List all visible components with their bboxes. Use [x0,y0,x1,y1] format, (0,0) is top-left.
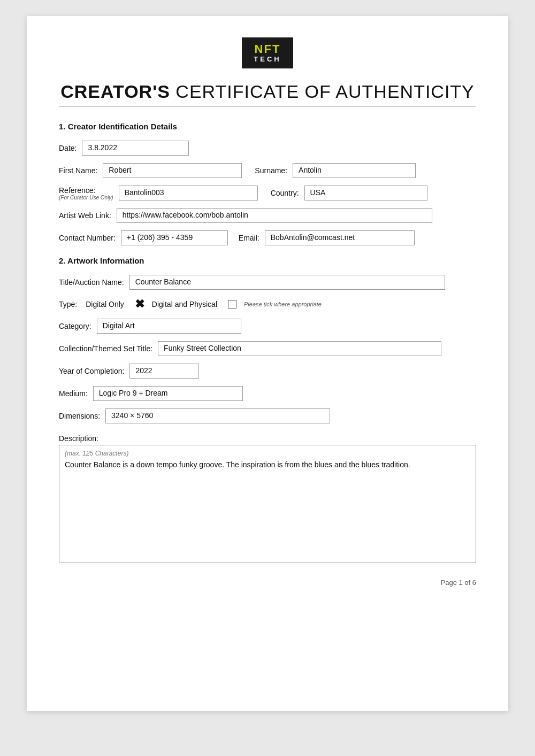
title-auction-label: Title/Auction Name: [59,278,124,287]
title-divider [59,106,476,107]
date-row: Date: 3.8.2022 [59,141,476,156]
x-mark-icon: ✖ [135,297,144,311]
weblink-row: Artist Web Link: https://www.facebook.co… [59,208,476,223]
category-row: Category: Digital Art [59,319,476,334]
contact-label: Contact Number: [59,234,116,242]
weblink-label: Artist Web Link: [59,211,111,220]
dimensions-field[interactable]: 3240 × 5760 [105,408,330,423]
year-row: Year of Completion: 2022 [59,364,476,379]
weblink-field[interactable]: https://www.facebook.com/bob.antolin [117,208,432,223]
country-label: Country: [271,189,299,197]
reference-label: Reference: (For Curator Use Only) [59,186,113,200]
year-field[interactable]: 2022 [129,364,199,379]
medium-row: Medium: Logic Pro 9 + Dream [59,386,476,401]
description-text: Counter Balance is a down tempo funky gr… [65,460,470,469]
medium-label: Medium: [59,389,88,398]
section2: 2. Artwork Information Title/Auction Nam… [59,256,476,562]
medium-field[interactable]: Logic Pro 9 + Dream [93,386,243,401]
category-field[interactable]: Digital Art [97,319,241,334]
reference-row: Reference: (For Curator Use Only) Bantol… [59,186,476,200]
section2-heading: 2. Artwork Information [59,256,476,265]
date-field[interactable]: 3.8.2022 [82,141,189,156]
description-field[interactable]: (max. 125 Characters) Counter Balance is… [59,445,476,562]
type-note: Please tick where appropriate [244,301,322,307]
name-row: First Name: Robert Surname: Antolin [59,163,476,178]
logo-container: NFT TECH [59,37,476,68]
type-row: Type: Digital Only ✖ Digital and Physica… [59,297,476,311]
firstname-label: First Name: [59,166,97,175]
email-label: Email: [239,234,259,242]
logo: NFT TECH [242,37,293,68]
dimensions-row: Dimensions: 3240 × 5760 [59,408,476,423]
category-label: Category: [59,322,91,330]
surname-field[interactable]: Antolin [293,163,416,178]
checkbox-physical[interactable] [228,300,236,308]
section1-heading: 1. Creator Identification Details [59,122,476,131]
firstname-field[interactable]: Robert [103,163,242,178]
logo-nft: NFT [254,43,281,56]
main-title: CREATOR'S CERTIFICATE OF AUTHENTICITY [59,81,476,102]
description-row: Description: (max. 125 Characters) Count… [59,431,476,562]
collection-field[interactable]: Funky Street Collection [158,341,441,356]
collection-row: Collection/Themed Set Title: Funky Stree… [59,341,476,356]
year-label: Year of Completion: [59,367,124,375]
page-footer: Page 1 of 6 [59,578,476,587]
type-physical-label: Digital and Physical [152,300,217,308]
reference-field[interactable]: Bantolin003 [119,186,258,200]
dimensions-label: Dimensions: [59,412,100,420]
description-label: Description: [59,434,98,443]
collection-label: Collection/Themed Set Title: [59,344,152,353]
contact-field[interactable]: +1 (206) 395 - 4359 [121,230,228,245]
title-normal: CERTIFICATE OF AUTHENTICITY [170,81,475,102]
email-field[interactable]: BobAntolin@comcast.net [265,230,415,245]
date-label: Date: [59,144,77,152]
title-field[interactable]: Counter Balance [129,275,445,290]
logo-tech: TECH [254,56,281,63]
country-field[interactable]: USA [304,186,427,200]
description-placeholder: (max. 125 Characters) [65,450,470,457]
document-page: NFT TECH CREATOR'S CERTIFICATE OF AUTHEN… [27,16,508,711]
type-label: Type: [59,300,77,308]
contact-row: Contact Number: +1 (206) 395 - 4359 Emai… [59,230,476,245]
page-number: Page 1 of 6 [441,578,477,587]
surname-label: Surname: [255,166,287,175]
type-digital-label: Digital Only [86,300,124,308]
title-row: Title/Auction Name: Counter Balance [59,275,476,290]
title-bold: CREATOR'S [60,81,170,102]
